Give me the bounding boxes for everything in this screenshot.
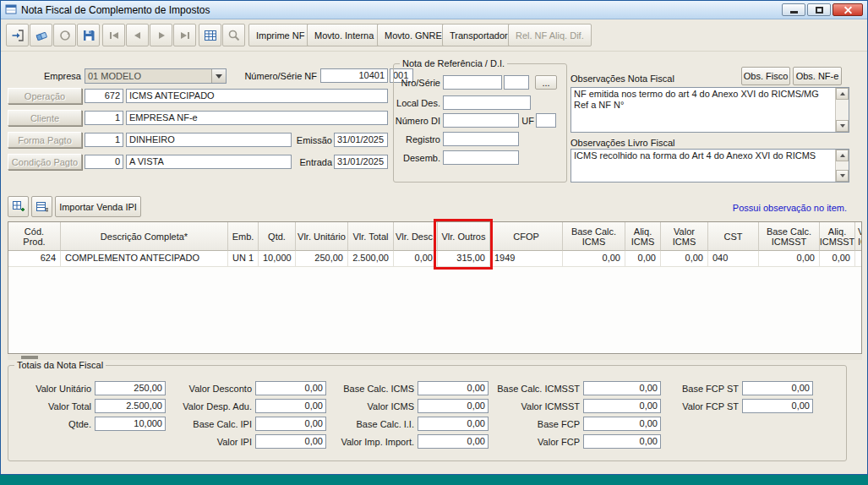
browse-button[interactable]: ...: [535, 75, 557, 90]
scroll-up-icon[interactable]: [836, 150, 849, 161]
refresh-button[interactable]: [53, 24, 76, 46]
nro-serie-field-2[interactable]: [504, 75, 529, 90]
nav-last-button[interactable]: [173, 24, 196, 46]
col-header-cst[interactable]: CST: [708, 222, 759, 251]
grid-horizontal-scrollbar[interactable]: [8, 355, 862, 360]
add-item-button[interactable]: [8, 196, 29, 217]
cell-base-calc-icms[interactable]: 0,00: [563, 251, 625, 267]
col-header-cod-prod[interactable]: Cód. Prod.: [8, 222, 61, 251]
local-des-field[interactable]: [443, 95, 531, 110]
valor-desconto-field[interactable]: 0,00: [255, 381, 326, 395]
scroll-up-icon[interactable]: [836, 88, 849, 100]
desemb-field[interactable]: [443, 150, 519, 165]
col-header-emb[interactable]: Emb.: [228, 222, 259, 251]
cell-vlr-outros[interactable]: 315,00: [438, 251, 490, 267]
item-list-button[interactable]: [31, 196, 52, 217]
scroll-down-icon[interactable]: [836, 170, 849, 182]
cell-vlr-total[interactable]: 2.500,00: [348, 251, 394, 267]
nav-next-button[interactable]: [150, 24, 172, 46]
operacao-cod-field[interactable]: 672: [85, 89, 123, 103]
cell-descricao[interactable]: COMPLEMENTO ANTECIPADO: [61, 251, 228, 267]
maximize-button[interactable]: [807, 3, 831, 16]
col-header-vlr-desc[interactable]: Vlr. Desc.: [394, 222, 438, 251]
numero-nf-field[interactable]: 10401: [320, 68, 388, 83]
base-fcp-field[interactable]: 0,00: [583, 417, 661, 431]
forma-pagto-cod-field[interactable]: 1: [85, 133, 123, 147]
nro-serie-field-1[interactable]: [443, 75, 502, 90]
minimize-button[interactable]: [782, 3, 805, 16]
items-grid[interactable]: Cód. Prod. Descrição Completa* Emb. Qtd.…: [8, 221, 862, 354]
rel-nf-aliq-dif-button[interactable]: Rel. NF Aliq. Dif.: [508, 24, 592, 46]
nav-first-button[interactable]: [102, 24, 125, 46]
cliente-cod-field[interactable]: 1: [85, 111, 123, 125]
qtde-field[interactable]: 10,000: [95, 417, 166, 431]
valor-desp-adu-field[interactable]: 0,00: [255, 399, 326, 413]
base-fcp-st-field[interactable]: 0,00: [742, 381, 813, 395]
cell-emb[interactable]: UN 1: [228, 251, 259, 267]
clear-button[interactable]: [30, 24, 52, 46]
movto-interna-button[interactable]: Movto. Interna: [307, 24, 381, 46]
cell-qtd[interactable]: 10,000: [259, 251, 296, 267]
cell-base-calc-icmsst[interactable]: 0,00: [759, 251, 820, 267]
search-button[interactable]: [222, 24, 245, 46]
importar-venda-ipi-button[interactable]: Importar Venda IPI: [55, 196, 141, 217]
cell-vlr-desc[interactable]: 0,00: [394, 251, 438, 267]
registro-field[interactable]: [443, 132, 519, 146]
save-button[interactable]: [77, 24, 100, 46]
imprime-nf-button[interactable]: Imprime NF: [248, 24, 312, 46]
emissao-field[interactable]: 31/01/2025: [334, 133, 388, 147]
col-header-vlr-unitario[interactable]: Vlr. Unitário: [296, 222, 348, 251]
scrollbar-thumb[interactable]: [21, 356, 38, 359]
col-header-valor-icmsst[interactable]: V IC: [855, 222, 862, 251]
cell-cst[interactable]: 040: [708, 251, 759, 267]
valor-icms-field[interactable]: 0,00: [418, 399, 489, 413]
obs-fisco-button[interactable]: Obs. Fisco: [741, 67, 790, 85]
obs-nfe-button[interactable]: Obs. NF-e: [793, 67, 842, 85]
col-header-aliq-icms[interactable]: Aliq. ICMS: [625, 222, 661, 251]
valor-ipi-field[interactable]: 0,00: [255, 434, 326, 449]
valor-total-field[interactable]: 2.500,00: [95, 399, 166, 413]
movto-gnre-button[interactable]: Movto. GNRE: [377, 24, 450, 46]
exit-button[interactable]: [6, 24, 29, 46]
cliente-desc-field[interactable]: EMPRESA NF-e: [126, 111, 388, 125]
valor-imp-import-field[interactable]: 0,00: [418, 434, 489, 449]
col-header-cfop[interactable]: CFOP: [490, 222, 563, 251]
col-header-vlr-total[interactable]: Vlr. Total: [348, 222, 394, 251]
col-header-valor-icms[interactable]: Valor ICMS: [661, 222, 708, 251]
uf-field[interactable]: [536, 113, 556, 128]
grid-view-button[interactable]: [199, 24, 221, 46]
condicao-pagto-cod-field[interactable]: 0: [85, 155, 123, 169]
scroll-down-icon[interactable]: [836, 120, 849, 132]
numero-di-field[interactable]: [443, 113, 519, 128]
base-calc-icms-field[interactable]: 0,00: [418, 381, 489, 395]
col-header-aliq-icmsst[interactable]: Aliq. ICMSST: [820, 222, 855, 251]
col-header-base-calc-icmsst[interactable]: Base Calc. ICMSST: [759, 222, 820, 251]
col-header-base-calc-icms[interactable]: Base Calc. ICMS: [563, 222, 625, 251]
cell-aliq-icms[interactable]: 0,00: [625, 251, 661, 267]
entrada-field[interactable]: 31/01/2025: [334, 155, 388, 169]
obs-livro-textarea[interactable]: ICMS recolhido na forma do Art 4 do Anex…: [570, 149, 849, 183]
cell-aliq-icmsst[interactable]: 0,00: [820, 251, 855, 267]
obs-nf-textarea[interactable]: NF emitida nos termo do art 4 do Anexo X…: [570, 87, 849, 133]
col-header-vlr-outros[interactable]: Vlr. Outros: [438, 222, 490, 251]
condicao-pagto-button[interactable]: Condição Pagto: [8, 154, 82, 170]
obs-livro-scrollbar[interactable]: [835, 150, 849, 182]
table-row[interactable]: 624 COMPLEMENTO ANTECIPADO UN 1 10,000 2…: [8, 251, 861, 267]
empresa-select[interactable]: 01 MODELO: [85, 68, 227, 84]
cell-cfop[interactable]: 1949: [490, 251, 563, 267]
close-button[interactable]: [833, 3, 863, 16]
valor-fcp-field[interactable]: 0,00: [583, 434, 661, 449]
transportador-button[interactable]: Transportador: [442, 24, 516, 46]
base-calc-icmsst-field[interactable]: 0,00: [583, 381, 661, 395]
cell-cod-prod[interactable]: 624: [8, 251, 61, 267]
col-header-qtd[interactable]: Qtd.: [259, 222, 296, 251]
cell-vlr-unitario[interactable]: 250,00: [296, 251, 348, 267]
col-header-descricao[interactable]: Descrição Completa*: [61, 222, 228, 251]
base-calc-ii-field[interactable]: 0,00: [418, 417, 489, 431]
valor-icmsst-field[interactable]: 0,00: [583, 399, 661, 413]
valor-fcp-st-field[interactable]: 0,00: [742, 399, 813, 413]
valor-unitario-field[interactable]: 250,00: [95, 381, 166, 395]
nav-prev-button[interactable]: [126, 24, 149, 46]
cliente-button[interactable]: Cliente: [8, 110, 82, 126]
operacao-button[interactable]: Operação: [8, 88, 82, 104]
